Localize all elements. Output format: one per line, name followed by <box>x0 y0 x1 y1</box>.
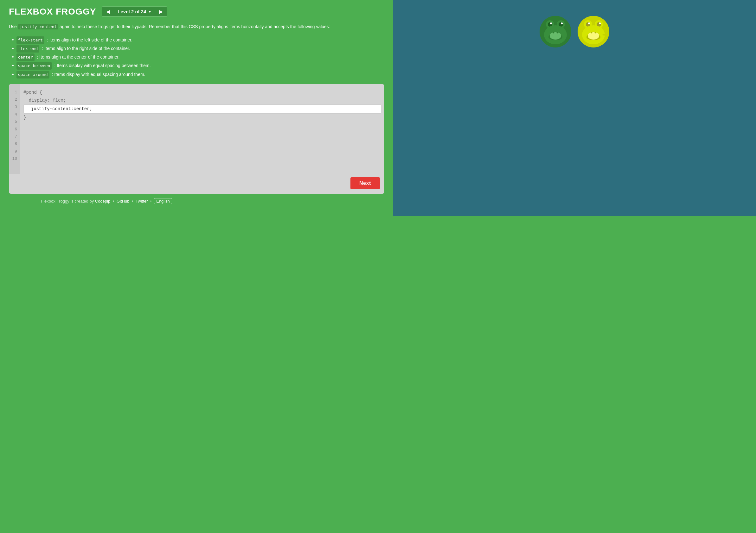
svg-point-19 <box>588 32 599 39</box>
code-text <box>23 138 26 146</box>
footer-created-by: Flexbox Froggy is created by <box>41 199 95 204</box>
code-text <box>23 121 26 129</box>
list-item-text: : Items display with equal spacing aroun… <box>52 71 146 79</box>
footer: Flexbox Froggy is created by Codepip • G… <box>9 194 204 210</box>
svg-point-21 <box>595 32 596 34</box>
next-level-button[interactable]: ▶ <box>155 7 167 16</box>
list-item-text: : Items align to the right side of the c… <box>42 45 130 53</box>
frog-dark-green <box>540 16 571 47</box>
line-num: 4 <box>12 111 17 118</box>
desc-intro: Use <box>9 24 18 29</box>
list-item-text: : Items align at the center of the conta… <box>37 54 120 61</box>
code-line-8 <box>23 146 381 154</box>
svg-point-8 <box>550 32 561 39</box>
line-num: 1 <box>12 89 17 96</box>
pond-area <box>393 0 756 216</box>
code-center: center <box>16 54 35 61</box>
prev-level-button[interactable]: ◀ <box>102 7 114 16</box>
level-selector[interactable]: Level 2 of 24 ▼ <box>114 7 155 16</box>
code-space-between: space-between <box>16 62 52 70</box>
list-item: space-around : Items display with equal … <box>12 70 384 79</box>
code-line-10 <box>23 162 381 169</box>
editor-footer: Next <box>9 174 384 194</box>
list-item: flex-end : Items align to the right side… <box>12 44 384 53</box>
list-item-text: : Items align to the left side of the co… <box>47 37 132 44</box>
line-num: 7 <box>12 133 17 140</box>
github-link[interactable]: GitHub <box>117 199 129 204</box>
code-space-around: space-around <box>16 71 49 79</box>
frogs-area <box>406 10 743 47</box>
code-line-4: } <box>23 114 381 121</box>
svg-point-4 <box>550 22 552 24</box>
code-line-7 <box>23 138 381 146</box>
footer-dot: • <box>113 199 114 204</box>
code-text <box>23 130 26 138</box>
svg-point-16 <box>599 22 601 24</box>
list-item: center : Items align at the center of th… <box>12 53 384 61</box>
code-line-2: display: flex; <box>23 96 381 104</box>
footer-dot: • <box>132 199 133 204</box>
language-selector[interactable]: English <box>154 198 172 204</box>
line-numbers: 1 2 3 4 5 6 7 8 9 10 <box>9 84 20 174</box>
code-line-9 <box>23 154 381 162</box>
line-num: 8 <box>12 140 17 147</box>
line-num: 9 <box>12 148 17 155</box>
line-num: 2 <box>12 96 17 103</box>
footer-dot: • <box>150 199 152 204</box>
frog-yellow-icon <box>579 17 608 46</box>
chevron-down-icon: ▼ <box>148 10 151 13</box>
list-item-text: : Items display with equal spacing betwe… <box>54 62 150 70</box>
list-item: flex-start : Items align to the left sid… <box>12 36 384 44</box>
code-text <box>23 162 26 169</box>
code-line-6 <box>23 130 381 138</box>
code-flex-end: flex-end <box>16 45 40 53</box>
code-area: 1 2 3 4 5 6 7 8 9 10 #pond { <box>9 84 384 174</box>
code-text <box>23 146 26 154</box>
bottom-fill <box>0 216 756 533</box>
desc-rest: again to help these frogs get to their l… <box>58 24 330 29</box>
code-line-1: #pond { <box>23 89 381 96</box>
code-line-3[interactable] <box>23 104 381 114</box>
svg-point-15 <box>588 22 590 24</box>
logo: FLEXBOX FROGGY <box>9 7 96 17</box>
code-line-5 <box>23 121 381 129</box>
code-text: #pond { <box>23 89 42 96</box>
line-num: 10 <box>12 155 17 163</box>
desc-code-justify-content: justify-content <box>18 24 58 29</box>
description-text: Use justify-content again to help these … <box>9 23 384 30</box>
codepip-link[interactable]: Codepip <box>95 199 110 204</box>
frog-yellow-green <box>578 16 609 47</box>
line-num: 3 <box>12 104 17 111</box>
code-input[interactable] <box>23 104 381 114</box>
code-text: display: flex; <box>23 96 66 104</box>
code-text: } <box>23 114 26 121</box>
header: FLEXBOX FROGGY ◀ Level 2 of 24 ▼ ▶ <box>9 6 384 17</box>
level-label-text: Level 2 of 24 <box>118 9 146 14</box>
list-item: space-between : Items display with equal… <box>12 61 384 70</box>
next-button[interactable]: Next <box>350 177 380 189</box>
code-content: #pond { display: flex; } <box>20 84 384 174</box>
bullet-list: flex-start : Items align to the left sid… <box>9 36 384 79</box>
code-text <box>23 154 26 162</box>
code-editor: 1 2 3 4 5 6 7 8 9 10 #pond { <box>9 84 384 194</box>
svg-point-9 <box>553 32 554 34</box>
twitter-link[interactable]: Twitter <box>136 199 148 204</box>
svg-point-10 <box>557 32 558 34</box>
svg-point-5 <box>561 22 563 24</box>
line-num: 6 <box>12 126 17 133</box>
frog-dark-icon <box>541 17 570 46</box>
code-flex-start: flex-start <box>16 37 44 44</box>
line-num: 5 <box>12 118 17 125</box>
svg-point-20 <box>591 32 592 34</box>
level-nav[interactable]: ◀ Level 2 of 24 ▼ ▶ <box>102 6 167 17</box>
